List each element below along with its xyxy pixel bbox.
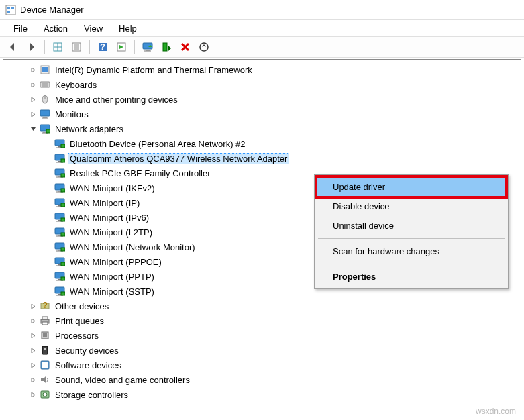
tree-item-label: Mice and other pointing devices	[53, 94, 180, 105]
properties-button[interactable]	[68, 38, 85, 56]
collapse-icon[interactable]	[28, 123, 38, 134]
help-button[interactable]: ?	[94, 38, 111, 56]
tree-item-label: WAN Miniport (L2TP)	[68, 227, 154, 238]
expand-icon[interactable]	[28, 301, 38, 311]
toolbar-separator	[134, 40, 135, 54]
expand-icon[interactable]	[28, 64, 38, 75]
expand-icon[interactable]	[28, 330, 38, 341]
network-icon	[54, 227, 65, 238]
tree-item[interactable]: Sound, video and game controllers	[3, 372, 521, 387]
no-expander	[42, 197, 53, 208]
menu-action[interactable]: Action	[37, 22, 74, 35]
tree-item[interactable]: Intel(R) Dynamic Platform and Thermal Fr…	[3, 62, 521, 77]
context-menu-separator	[318, 238, 505, 239]
menu-help[interactable]: Help	[112, 22, 144, 35]
tree-item-label: Sound, video and game controllers	[53, 374, 192, 386]
network-icon	[54, 182, 65, 193]
no-expander	[42, 182, 53, 193]
tree-item-label: WAN Miniport (IKEv2)	[68, 182, 157, 194]
tree-item-label: Other devices	[53, 301, 111, 312]
expand-icon[interactable]	[28, 374, 38, 385]
tree-item-label: Qualcomm Atheros QCA9377 Wireless Networ…	[68, 153, 289, 164]
forward-button[interactable]	[23, 38, 40, 56]
window-title: Device Manager	[20, 5, 84, 15]
tree-item-label: Software devices	[53, 360, 123, 371]
network-icon	[54, 197, 65, 208]
svg-marker-48	[202, 44, 206, 47]
uninstall-button[interactable]	[158, 38, 175, 56]
network-icon	[40, 123, 50, 134]
no-expander	[42, 286, 53, 297]
no-expander	[42, 242, 53, 252]
tree-item-label: WAN Miniport (IPv6)	[68, 212, 151, 223]
printer-icon	[40, 315, 50, 326]
context-menu-item[interactable]: Uninstall device	[317, 216, 506, 235]
tree-item[interactable]: Software devices	[3, 358, 521, 372]
svg-rect-45	[163, 43, 167, 51]
network-icon	[54, 168, 65, 178]
menu-file[interactable]: File	[7, 22, 34, 35]
tree-item-label: WAN Miniport (SSTP)	[68, 286, 156, 297]
tree-item[interactable]: Other devices	[3, 299, 521, 313]
show-hidden-button[interactable]	[49, 38, 66, 56]
action-button[interactable]	[113, 38, 130, 56]
context-menu-item[interactable]: Disable device	[317, 197, 506, 216]
tree-item[interactable]: Print queues	[3, 313, 521, 328]
context-menu-item[interactable]: Properties	[317, 267, 506, 286]
context-menu-item[interactable]: Update driver	[317, 177, 506, 197]
context-menu: Update driverDisable deviceUninstall dev…	[314, 174, 509, 289]
toolbar: ?	[0, 36, 524, 58]
mouse-icon	[40, 94, 50, 105]
scan-button[interactable]	[195, 38, 213, 56]
tree-item-label: WAN Miniport (PPTP)	[68, 271, 156, 282]
grid-icon	[52, 42, 63, 52]
no-expander	[42, 138, 53, 149]
sound-icon	[40, 374, 50, 385]
menu-view[interactable]: View	[77, 22, 109, 35]
back-button[interactable]	[4, 38, 21, 56]
tree-item[interactable]: Security devices	[3, 343, 521, 358]
monitor-up-icon	[142, 42, 153, 52]
keyboard-icon	[40, 79, 50, 90]
tree-item-label: Print queues	[53, 315, 106, 327]
expand-icon[interactable]	[28, 109, 38, 119]
no-expander	[42, 227, 53, 238]
expand-icon[interactable]	[28, 79, 38, 90]
network-icon	[54, 271, 65, 282]
network-icon	[54, 286, 65, 297]
no-expander	[42, 153, 53, 164]
expand-icon[interactable]	[28, 315, 38, 326]
arrow-right-icon	[26, 42, 37, 52]
tree-item-label: Storage controllers	[53, 389, 130, 401]
network-icon	[54, 153, 65, 164]
tree-item[interactable]: Keyboards	[3, 77, 521, 92]
x-icon	[180, 42, 191, 52]
no-expander	[42, 256, 53, 267]
tree-item-label: Realtek PCIe GBE Family Controller	[68, 168, 213, 179]
no-expander	[42, 212, 53, 223]
tree-item[interactable]: Mice and other pointing devices	[3, 92, 521, 107]
expand-icon[interactable]	[28, 389, 38, 400]
update-driver-button[interactable]	[139, 38, 156, 56]
context-menu-item[interactable]: Scan for hardware changes	[317, 242, 506, 261]
tree-item[interactable]: Bluetooth Device (Personal Area Network)…	[3, 136, 521, 151]
svg-point-47	[200, 43, 208, 51]
menubar: File Action View Help	[0, 20, 524, 36]
expand-icon[interactable]	[28, 345, 38, 356]
tree-item[interactable]: Network adapters	[3, 121, 521, 136]
tree-item-label: Security devices	[53, 345, 121, 356]
help-icon: ?	[97, 42, 108, 52]
tree-item[interactable]: Processors	[3, 328, 521, 343]
network-icon	[54, 242, 65, 252]
tree-item[interactable]: Monitors	[3, 107, 521, 121]
security-icon	[40, 345, 50, 356]
storage-icon	[40, 389, 50, 400]
expand-icon[interactable]	[28, 94, 38, 105]
disable-button[interactable]	[176, 38, 194, 56]
software-icon	[40, 360, 50, 370]
tree-item[interactable]: Qualcomm Atheros QCA9377 Wireless Networ…	[3, 151, 521, 166]
expand-icon[interactable]	[28, 360, 38, 370]
scan-icon	[199, 42, 209, 52]
tree-item-label: Bluetooth Device (Personal Area Network)…	[68, 138, 248, 150]
tree-item[interactable]: Storage controllers	[3, 387, 521, 402]
